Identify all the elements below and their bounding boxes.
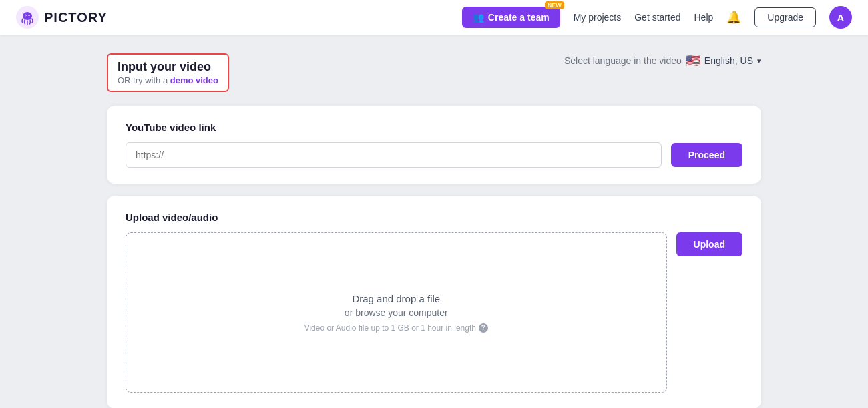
dropzone-hint: Video or Audio file up to 1 GB or 1 hour… (304, 323, 488, 333)
svg-point-4 (25, 15, 26, 15)
header-row: Input your video OR try with a demo vide… (107, 53, 761, 92)
create-team-label: Create a team (488, 12, 550, 23)
navbar: PICTORY 👥 Create a team NEW My projects … (0, 0, 868, 35)
avatar[interactable]: A (829, 6, 852, 29)
demo-video-link[interactable]: demo video (170, 75, 218, 85)
upload-row: Drag and drop a file or browse your comp… (126, 232, 742, 393)
upload-card-title: Upload video/audio (126, 212, 742, 223)
pictory-logo-icon (16, 6, 39, 29)
dropzone[interactable]: Drag and drop a file or browse your comp… (126, 232, 667, 393)
input-header-box: Input your video OR try with a demo vide… (107, 53, 229, 92)
svg-point-1 (23, 12, 32, 20)
dropzone-line1: Drag and drop a file (352, 293, 440, 304)
lang-value: English, US (704, 55, 753, 66)
info-icon: ? (479, 323, 488, 333)
lang-label: Select language in the video (564, 55, 682, 66)
create-team-button[interactable]: 👥 Create a team NEW (462, 7, 560, 28)
navbar-left: PICTORY (16, 6, 107, 29)
youtube-card: YouTube video link Proceed (107, 106, 761, 184)
team-icon: 👥 (473, 12, 484, 23)
main-content: Input your video OR try with a demo vide… (0, 35, 868, 408)
upload-card: Upload video/audio Drag and drop a file … (107, 196, 761, 408)
get-started-link[interactable]: Get started (634, 12, 680, 23)
navbar-right: 👥 Create a team NEW My projects Get star… (462, 6, 852, 29)
upload-button-column: Upload (676, 232, 742, 256)
upload-button[interactable]: Upload (676, 232, 742, 256)
demo-subtitle: OR try with a demo video (118, 75, 218, 85)
svg-point-5 (29, 15, 29, 15)
dropzone-line2: or browse your computer (345, 307, 448, 318)
dropzone-hint-text: Video or Audio file up to 1 GB or 1 hour… (304, 323, 476, 333)
language-selector[interactable]: Select language in the video 🇺🇸 English,… (564, 53, 761, 68)
brand-name: PICTORY (44, 10, 107, 25)
subtitle-prefix: OR try with a (118, 75, 168, 85)
help-link[interactable]: Help (694, 12, 714, 23)
flag-icon: 🇺🇸 (686, 53, 700, 68)
my-projects-link[interactable]: My projects (574, 12, 622, 23)
upgrade-button[interactable]: Upgrade (754, 7, 816, 27)
new-badge: NEW (545, 1, 564, 9)
youtube-url-input[interactable] (126, 142, 662, 168)
proceed-button[interactable]: Proceed (671, 143, 742, 167)
bell-icon[interactable]: 🔔 (726, 10, 741, 25)
youtube-card-title: YouTube video link (126, 122, 742, 133)
chevron-down-icon: ▾ (757, 57, 761, 65)
page-title: Input your video (118, 60, 218, 74)
youtube-input-row: Proceed (126, 142, 742, 168)
